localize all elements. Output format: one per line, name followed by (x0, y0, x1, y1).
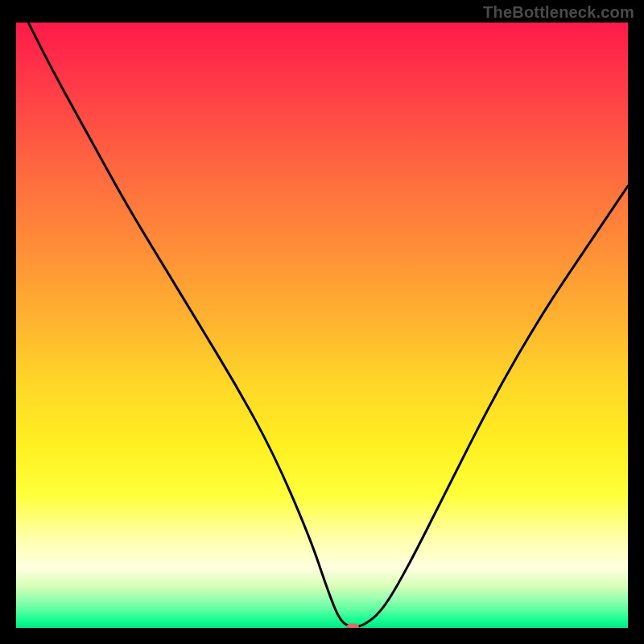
chart-frame: TheBottleneck.com (0, 0, 644, 644)
optimal-point-marker (346, 624, 359, 629)
bottleneck-curve (16, 23, 628, 628)
watermark-text: TheBottleneck.com (483, 3, 634, 22)
plot-outer (16, 23, 628, 628)
plot-area (16, 23, 628, 628)
